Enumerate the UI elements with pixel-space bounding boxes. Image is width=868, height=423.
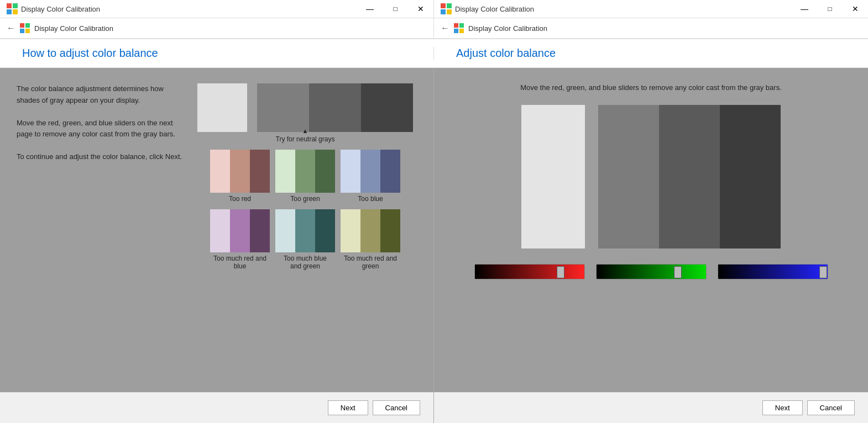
green-slider-thumb[interactable] [674, 266, 682, 278]
svg-rect-8 [20, 23, 24, 28]
label-too-blue: Too blue [358, 195, 383, 203]
example-row-1: Too red Too green [210, 150, 400, 203]
right-footer: Next Cancel [434, 392, 868, 423]
label-too-much-red-green: Too much red and green [343, 255, 398, 270]
example-too-blue: Too blue [341, 150, 400, 203]
svg-rect-5 [447, 3, 452, 8]
red-slider-container [474, 264, 585, 279]
close-button-right[interactable]: ✕ [843, 0, 868, 18]
svg-rect-3 [13, 9, 18, 14]
app-icon-header-left [20, 23, 30, 33]
left-next-button[interactable]: Next [328, 400, 368, 415]
left-window-controls: — □ ✕ [357, 0, 433, 18]
svg-rect-2 [7, 9, 12, 14]
illustration-area: ▲ Try for neutral grays Too red [194, 83, 417, 381]
red-slider-thumb[interactable] [557, 266, 564, 278]
instruction-3: To continue and adjust the color balance… [17, 151, 182, 163]
example-too-green: Too green [275, 150, 335, 203]
svg-rect-7 [447, 9, 452, 14]
minimize-button-left[interactable]: — [357, 0, 383, 18]
example-too-much-blue-green: Too much blue and green [275, 209, 335, 270]
left-text-area: The color balance adjustment determines … [17, 83, 182, 381]
example-too-red: Too red [210, 150, 270, 203]
instruction-2: Move the red, green, and blue sliders on… [17, 118, 182, 141]
label-too-green: Too green [290, 195, 320, 203]
svg-rect-1 [13, 3, 18, 8]
right-window-controls: — □ ✕ [792, 0, 868, 18]
back-arrow-left[interactable]: ← [7, 23, 15, 33]
back-arrow-right[interactable]: ← [441, 23, 449, 33]
top-swatch-row [197, 83, 413, 132]
left-window-title: Display Color Calibration [21, 5, 100, 13]
left-app-title: Display Color Calibration [34, 24, 113, 33]
example-too-much-red-green: Too much red and green [341, 209, 400, 270]
sliders-area [474, 264, 828, 279]
blue-slider-container [718, 264, 828, 279]
blue-slider-thumb[interactable] [819, 266, 827, 278]
right-app-title: Display Color Calibration [468, 24, 547, 33]
green-slider-track[interactable] [596, 264, 707, 279]
svg-rect-4 [441, 3, 446, 8]
white-bar [521, 105, 585, 248]
svg-rect-12 [454, 23, 458, 28]
left-panel-title: How to adjust color balance [22, 47, 411, 60]
label-too-much-blue-green: Too much blue and green [278, 255, 333, 270]
example-row-2: Too much red and blue Too much blue and … [210, 209, 400, 270]
example-too-much-red-blue: Too much red and blue [210, 209, 270, 270]
app-icon-right [441, 3, 452, 14]
right-panel-title: Adjust color balance [456, 47, 846, 60]
label-too-much-red-blue: Too much red and blue [212, 255, 268, 270]
close-button-left[interactable]: ✕ [408, 0, 433, 18]
green-slider-container [596, 264, 707, 279]
neutral-label: ▲ Try for neutral grays [276, 135, 335, 143]
svg-rect-14 [454, 29, 458, 33]
label-too-red: Too red [229, 195, 251, 203]
right-next-button[interactable]: Next [762, 400, 803, 415]
maximize-button-right[interactable]: □ [817, 0, 843, 18]
app-icon-left [7, 3, 18, 14]
svg-rect-9 [25, 23, 30, 28]
svg-rect-10 [20, 29, 24, 33]
left-cancel-button[interactable]: Cancel [373, 400, 420, 415]
gray-bars [598, 105, 781, 248]
blue-slider-track[interactable] [718, 264, 828, 279]
svg-rect-6 [441, 9, 446, 14]
right-window-title: Display Color Calibration [455, 5, 534, 13]
instruction-1: The color balance adjustment determines … [17, 83, 182, 107]
maximize-button-left[interactable]: □ [383, 0, 408, 18]
svg-rect-0 [7, 3, 12, 8]
svg-rect-13 [459, 23, 464, 28]
svg-rect-11 [25, 29, 30, 33]
minimize-button-right[interactable]: — [792, 0, 817, 18]
right-cancel-button[interactable]: Cancel [807, 400, 855, 415]
right-instruction: Move the red, green, and blue sliders to… [520, 83, 782, 92]
svg-rect-15 [459, 29, 464, 33]
app-icon-header-right [454, 23, 464, 33]
calibration-display [521, 105, 781, 248]
red-slider-track[interactable] [474, 264, 585, 279]
left-footer: Next Cancel [0, 392, 433, 423]
